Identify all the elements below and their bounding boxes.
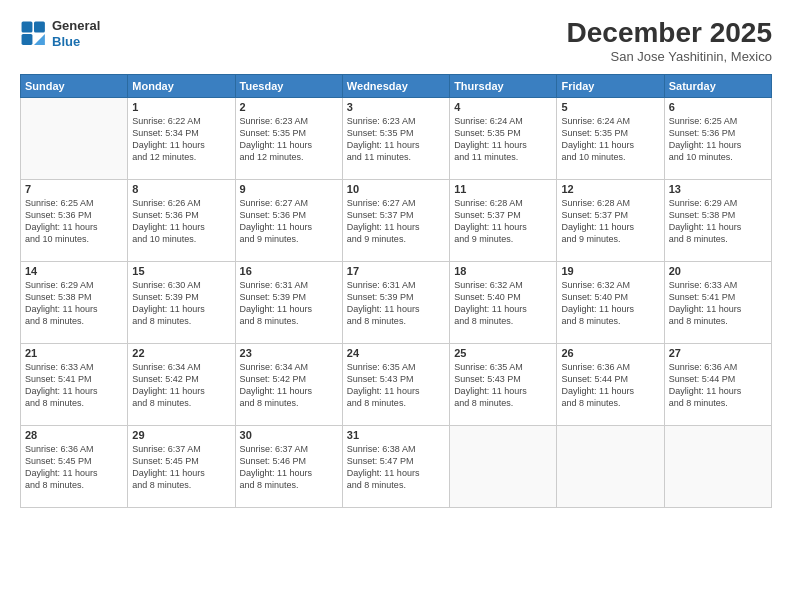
day-number: 26 (561, 347, 659, 359)
day-info: Sunrise: 6:25 AM Sunset: 5:36 PM Dayligh… (25, 197, 123, 246)
calendar-cell: 12Sunrise: 6:28 AM Sunset: 5:37 PM Dayli… (557, 179, 664, 261)
subtitle: San Jose Yashitinin, Mexico (567, 49, 772, 64)
logo-line2: Blue (52, 34, 80, 49)
calendar-cell (557, 425, 664, 507)
calendar-cell: 19Sunrise: 6:32 AM Sunset: 5:40 PM Dayli… (557, 261, 664, 343)
day-number: 28 (25, 429, 123, 441)
day-info: Sunrise: 6:36 AM Sunset: 5:44 PM Dayligh… (561, 361, 659, 410)
calendar-cell: 18Sunrise: 6:32 AM Sunset: 5:40 PM Dayli… (450, 261, 557, 343)
day-number: 15 (132, 265, 230, 277)
main-title: December 2025 (567, 18, 772, 49)
day-info: Sunrise: 6:33 AM Sunset: 5:41 PM Dayligh… (25, 361, 123, 410)
calendar-cell: 28Sunrise: 6:36 AM Sunset: 5:45 PM Dayli… (21, 425, 128, 507)
day-info: Sunrise: 6:28 AM Sunset: 5:37 PM Dayligh… (454, 197, 552, 246)
day-info: Sunrise: 6:33 AM Sunset: 5:41 PM Dayligh… (669, 279, 767, 328)
day-number: 2 (240, 101, 338, 113)
calendar-cell: 7Sunrise: 6:25 AM Sunset: 5:36 PM Daylig… (21, 179, 128, 261)
logo-text: General Blue (52, 18, 100, 49)
day-info: Sunrise: 6:37 AM Sunset: 5:45 PM Dayligh… (132, 443, 230, 492)
weekday-saturday: Saturday (664, 74, 771, 97)
calendar-cell: 29Sunrise: 6:37 AM Sunset: 5:45 PM Dayli… (128, 425, 235, 507)
day-number: 4 (454, 101, 552, 113)
logo-icon (20, 20, 48, 48)
day-info: Sunrise: 6:23 AM Sunset: 5:35 PM Dayligh… (240, 115, 338, 164)
calendar-cell: 15Sunrise: 6:30 AM Sunset: 5:39 PM Dayli… (128, 261, 235, 343)
day-number: 14 (25, 265, 123, 277)
week-row-2: 7Sunrise: 6:25 AM Sunset: 5:36 PM Daylig… (21, 179, 772, 261)
weekday-tuesday: Tuesday (235, 74, 342, 97)
calendar-cell (450, 425, 557, 507)
calendar-cell: 21Sunrise: 6:33 AM Sunset: 5:41 PM Dayli… (21, 343, 128, 425)
week-row-4: 21Sunrise: 6:33 AM Sunset: 5:41 PM Dayli… (21, 343, 772, 425)
day-info: Sunrise: 6:29 AM Sunset: 5:38 PM Dayligh… (669, 197, 767, 246)
day-info: Sunrise: 6:24 AM Sunset: 5:35 PM Dayligh… (454, 115, 552, 164)
calendar-cell: 13Sunrise: 6:29 AM Sunset: 5:38 PM Dayli… (664, 179, 771, 261)
day-info: Sunrise: 6:37 AM Sunset: 5:46 PM Dayligh… (240, 443, 338, 492)
day-number: 23 (240, 347, 338, 359)
weekday-monday: Monday (128, 74, 235, 97)
day-info: Sunrise: 6:30 AM Sunset: 5:39 PM Dayligh… (132, 279, 230, 328)
day-number: 9 (240, 183, 338, 195)
svg-rect-1 (34, 21, 45, 32)
calendar-cell: 16Sunrise: 6:31 AM Sunset: 5:39 PM Dayli… (235, 261, 342, 343)
day-number: 12 (561, 183, 659, 195)
svg-marker-3 (34, 34, 45, 45)
day-number: 30 (240, 429, 338, 441)
weekday-thursday: Thursday (450, 74, 557, 97)
day-info: Sunrise: 6:31 AM Sunset: 5:39 PM Dayligh… (240, 279, 338, 328)
day-info: Sunrise: 6:32 AM Sunset: 5:40 PM Dayligh… (454, 279, 552, 328)
calendar-cell: 25Sunrise: 6:35 AM Sunset: 5:43 PM Dayli… (450, 343, 557, 425)
day-number: 31 (347, 429, 445, 441)
day-number: 5 (561, 101, 659, 113)
calendar-cell: 22Sunrise: 6:34 AM Sunset: 5:42 PM Dayli… (128, 343, 235, 425)
day-info: Sunrise: 6:34 AM Sunset: 5:42 PM Dayligh… (132, 361, 230, 410)
weekday-sunday: Sunday (21, 74, 128, 97)
calendar-cell (664, 425, 771, 507)
weekday-wednesday: Wednesday (342, 74, 449, 97)
day-number: 24 (347, 347, 445, 359)
calendar-cell: 5Sunrise: 6:24 AM Sunset: 5:35 PM Daylig… (557, 97, 664, 179)
day-number: 1 (132, 101, 230, 113)
calendar-cell: 6Sunrise: 6:25 AM Sunset: 5:36 PM Daylig… (664, 97, 771, 179)
day-number: 6 (669, 101, 767, 113)
calendar-cell: 11Sunrise: 6:28 AM Sunset: 5:37 PM Dayli… (450, 179, 557, 261)
day-number: 21 (25, 347, 123, 359)
calendar-cell: 14Sunrise: 6:29 AM Sunset: 5:38 PM Dayli… (21, 261, 128, 343)
day-number: 11 (454, 183, 552, 195)
day-number: 7 (25, 183, 123, 195)
day-number: 19 (561, 265, 659, 277)
day-number: 3 (347, 101, 445, 113)
day-info: Sunrise: 6:38 AM Sunset: 5:47 PM Dayligh… (347, 443, 445, 492)
day-info: Sunrise: 6:24 AM Sunset: 5:35 PM Dayligh… (561, 115, 659, 164)
day-number: 27 (669, 347, 767, 359)
week-row-1: 1Sunrise: 6:22 AM Sunset: 5:34 PM Daylig… (21, 97, 772, 179)
day-info: Sunrise: 6:36 AM Sunset: 5:45 PM Dayligh… (25, 443, 123, 492)
calendar-cell: 9Sunrise: 6:27 AM Sunset: 5:36 PM Daylig… (235, 179, 342, 261)
calendar-cell: 10Sunrise: 6:27 AM Sunset: 5:37 PM Dayli… (342, 179, 449, 261)
header: General Blue December 2025 San Jose Yash… (20, 18, 772, 64)
calendar-cell: 23Sunrise: 6:34 AM Sunset: 5:42 PM Dayli… (235, 343, 342, 425)
svg-rect-0 (22, 21, 33, 32)
weekday-header-row: SundayMondayTuesdayWednesdayThursdayFrid… (21, 74, 772, 97)
day-number: 29 (132, 429, 230, 441)
day-info: Sunrise: 6:36 AM Sunset: 5:44 PM Dayligh… (669, 361, 767, 410)
logo: General Blue (20, 18, 100, 49)
logo-line1: General (52, 18, 100, 33)
day-info: Sunrise: 6:27 AM Sunset: 5:37 PM Dayligh… (347, 197, 445, 246)
day-info: Sunrise: 6:35 AM Sunset: 5:43 PM Dayligh… (347, 361, 445, 410)
calendar-cell: 20Sunrise: 6:33 AM Sunset: 5:41 PM Dayli… (664, 261, 771, 343)
day-info: Sunrise: 6:23 AM Sunset: 5:35 PM Dayligh… (347, 115, 445, 164)
week-row-3: 14Sunrise: 6:29 AM Sunset: 5:38 PM Dayli… (21, 261, 772, 343)
day-info: Sunrise: 6:27 AM Sunset: 5:36 PM Dayligh… (240, 197, 338, 246)
weekday-friday: Friday (557, 74, 664, 97)
day-number: 13 (669, 183, 767, 195)
day-number: 17 (347, 265, 445, 277)
day-info: Sunrise: 6:22 AM Sunset: 5:34 PM Dayligh… (132, 115, 230, 164)
calendar-cell: 1Sunrise: 6:22 AM Sunset: 5:34 PM Daylig… (128, 97, 235, 179)
calendar-cell: 8Sunrise: 6:26 AM Sunset: 5:36 PM Daylig… (128, 179, 235, 261)
title-area: December 2025 San Jose Yashitinin, Mexic… (567, 18, 772, 64)
calendar-cell: 24Sunrise: 6:35 AM Sunset: 5:43 PM Dayli… (342, 343, 449, 425)
calendar-cell: 17Sunrise: 6:31 AM Sunset: 5:39 PM Dayli… (342, 261, 449, 343)
day-info: Sunrise: 6:31 AM Sunset: 5:39 PM Dayligh… (347, 279, 445, 328)
calendar-cell: 2Sunrise: 6:23 AM Sunset: 5:35 PM Daylig… (235, 97, 342, 179)
